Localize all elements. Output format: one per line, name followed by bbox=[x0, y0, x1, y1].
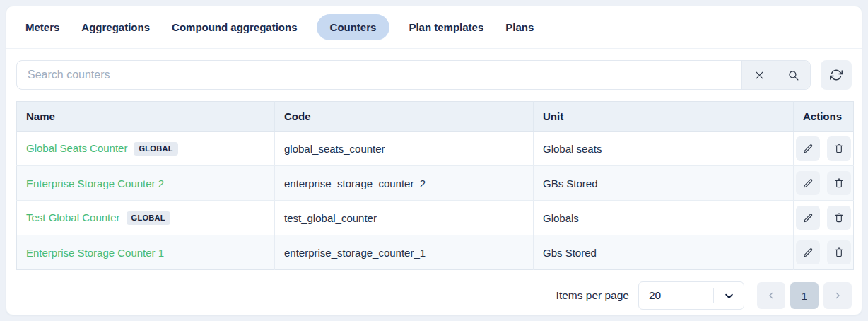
delete-button[interactable] bbox=[827, 240, 851, 264]
code-text: enterprise_storage_counter_2 bbox=[284, 177, 426, 189]
pencil-icon bbox=[803, 178, 814, 189]
counter-name-link[interactable]: Global Seats Counter bbox=[26, 142, 127, 154]
trash-icon bbox=[833, 247, 845, 258]
code-cell: test_global_counter bbox=[275, 201, 534, 235]
next-page-button[interactable] bbox=[823, 282, 852, 309]
column-header-name: Name bbox=[17, 102, 275, 132]
actions-cell bbox=[794, 201, 854, 235]
pencil-icon bbox=[803, 144, 814, 154]
code-text: global_seats_counter bbox=[284, 143, 385, 155]
tab-counters[interactable]: Counters bbox=[317, 14, 390, 40]
actions-cell bbox=[794, 235, 854, 270]
trash-icon bbox=[833, 177, 845, 189]
chevron-right-icon bbox=[833, 291, 843, 300]
global-badge: GLOBAL bbox=[134, 142, 177, 156]
column-header-code: Code bbox=[275, 102, 534, 132]
search-button[interactable] bbox=[776, 61, 810, 89]
unit-cell: Global seats bbox=[534, 132, 794, 166]
counter-name-link[interactable]: Enterprise Storage Counter 1 bbox=[26, 247, 164, 259]
table-row: Enterprise Storage Counter 2 enterprise_… bbox=[17, 166, 854, 201]
unit-text: Gbs Stored bbox=[543, 247, 597, 259]
table-row: Global Seats CounterGLOBAL global_seats_… bbox=[17, 132, 854, 166]
items-per-page-value: 20 bbox=[639, 289, 713, 302]
magnifier-icon bbox=[787, 69, 799, 81]
search-suffix bbox=[741, 61, 810, 89]
column-header-actions: Actions bbox=[794, 102, 854, 132]
tab-bar: Meters Aggregations Compound aggregation… bbox=[6, 6, 862, 49]
edit-button[interactable] bbox=[796, 206, 820, 230]
counter-name-link[interactable]: Test Global Counter bbox=[26, 211, 120, 223]
chevron-left-icon bbox=[766, 291, 776, 300]
edit-button[interactable] bbox=[796, 240, 820, 264]
page-1-button[interactable]: 1 bbox=[790, 282, 819, 309]
pencil-icon bbox=[803, 247, 814, 258]
edit-button[interactable] bbox=[796, 171, 820, 195]
items-per-page-label: Items per page bbox=[556, 289, 629, 302]
chevron-down-icon bbox=[714, 291, 744, 301]
name-cell: Enterprise Storage Counter 2 bbox=[17, 166, 275, 201]
counter-name-link[interactable]: Enterprise Storage Counter 2 bbox=[26, 177, 164, 189]
pagination-footer: Items per page 20 1 bbox=[16, 281, 852, 310]
unit-text: GBs Stored bbox=[543, 177, 598, 189]
items-per-page-select[interactable]: 20 bbox=[638, 281, 744, 310]
refresh-button[interactable] bbox=[821, 60, 852, 90]
code-cell: global_seats_counter bbox=[275, 132, 534, 166]
name-cell: Global Seats CounterGLOBAL bbox=[17, 132, 275, 166]
pager: 1 bbox=[757, 282, 852, 309]
search-row bbox=[16, 60, 852, 90]
tab-plans[interactable]: Plans bbox=[505, 16, 534, 39]
pencil-icon bbox=[803, 213, 814, 223]
x-icon bbox=[754, 70, 765, 81]
trash-icon bbox=[833, 212, 845, 223]
counters-panel: Meters Aggregations Compound aggregation… bbox=[6, 6, 862, 315]
tab-compound-aggregations[interactable]: Compound aggregations bbox=[172, 16, 298, 39]
global-badge: GLOBAL bbox=[127, 211, 170, 225]
prev-page-button[interactable] bbox=[757, 282, 785, 309]
unit-cell: Globals bbox=[534, 201, 794, 235]
delete-button[interactable] bbox=[827, 206, 851, 230]
tab-aggregations[interactable]: Aggregations bbox=[81, 16, 150, 39]
trash-icon bbox=[833, 143, 845, 154]
search-input[interactable] bbox=[17, 61, 741, 89]
tab-plan-templates[interactable]: Plan templates bbox=[409, 16, 483, 39]
unit-cell: Gbs Stored bbox=[534, 235, 794, 270]
counters-table: Name Code Unit Actions Global Seats Coun… bbox=[16, 101, 852, 270]
unit-text: Globals bbox=[543, 212, 579, 224]
search-group bbox=[16, 60, 811, 90]
table-row: Enterprise Storage Counter 1 enterprise_… bbox=[17, 235, 854, 270]
clear-search-button[interactable] bbox=[742, 61, 776, 89]
unit-text: Global seats bbox=[543, 143, 602, 155]
delete-button[interactable] bbox=[827, 171, 851, 195]
delete-button[interactable] bbox=[827, 136, 851, 160]
unit-cell: GBs Stored bbox=[534, 166, 794, 201]
actions-cell bbox=[794, 132, 854, 166]
table-header-row: Name Code Unit Actions bbox=[17, 102, 854, 132]
name-cell: Test Global CounterGLOBAL bbox=[17, 201, 275, 235]
actions-cell bbox=[794, 166, 854, 201]
tab-meters[interactable]: Meters bbox=[25, 16, 59, 39]
refresh-icon bbox=[830, 69, 843, 81]
name-cell: Enterprise Storage Counter 1 bbox=[17, 235, 275, 270]
code-text: enterprise_storage_counter_1 bbox=[284, 247, 426, 259]
code-cell: enterprise_storage_counter_1 bbox=[275, 235, 534, 270]
column-header-unit: Unit bbox=[534, 102, 794, 132]
edit-button[interactable] bbox=[796, 136, 820, 160]
table-row: Test Global CounterGLOBAL test_global_co… bbox=[17, 201, 854, 235]
code-cell: enterprise_storage_counter_2 bbox=[275, 166, 534, 201]
code-text: test_global_counter bbox=[284, 212, 377, 224]
